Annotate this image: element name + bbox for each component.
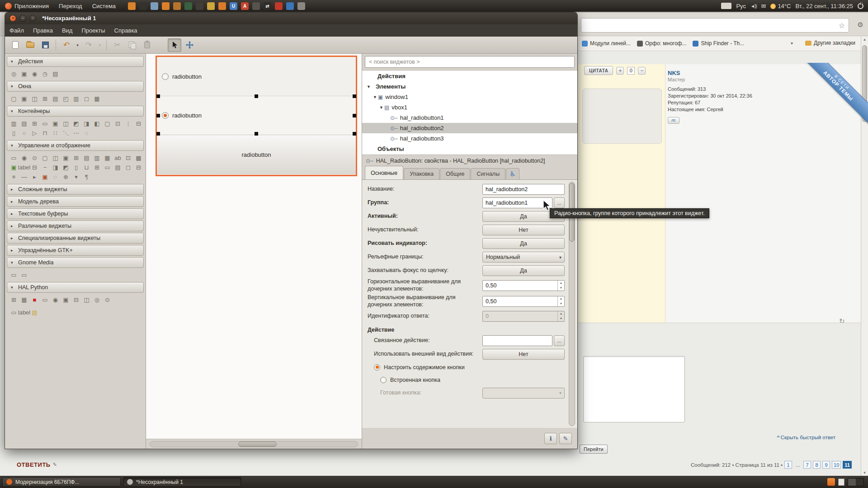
- palette-section-deprecated[interactable]: ▸Упразднённые GTK+: [7, 245, 144, 256]
- workspace-switcher[interactable]: [848, 478, 864, 486]
- palette-widget-icon[interactable]: ▯: [71, 163, 81, 172]
- menu-item[interactable]: Справка: [110, 24, 142, 37]
- scrollbar-thumb[interactable]: [862, 45, 867, 122]
- palette-widget-icon[interactable]: ▷: [29, 128, 40, 138]
- page-number[interactable]: 7: [803, 461, 811, 469]
- vote-up-button[interactable]: +: [616, 67, 624, 75]
- palette-widget-icon[interactable]: ◫: [61, 119, 71, 128]
- quote-button[interactable]: ЦИТАТА: [584, 66, 613, 75]
- palette-widget-icon[interactable]: ⊞: [40, 94, 50, 103]
- palette-section-complex[interactable]: ▸Сложные виджеты: [7, 184, 144, 195]
- palette-widget-icon[interactable]: ▣: [19, 69, 29, 79]
- palette-widget-icon[interactable]: ◰: [61, 94, 71, 103]
- name-input[interactable]: [482, 184, 565, 195]
- tray-icon[interactable]: [218, 2, 226, 10]
- palette-widget-icon[interactable]: —: [19, 172, 29, 182]
- palette-widget-icon[interactable]: ◫: [81, 295, 92, 305]
- related-action-input[interactable]: [482, 335, 552, 346]
- browser-menu-icon[interactable]: ⚙: [858, 21, 863, 29]
- yalign-input[interactable]: [483, 296, 557, 306]
- expander-icon[interactable]: ▼: [366, 84, 372, 89]
- palette-widget-icon[interactable]: ⊟: [29, 163, 40, 172]
- expander-icon[interactable]: ▼: [378, 105, 384, 110]
- draw-indicator-toggle[interactable]: Да: [482, 238, 565, 249]
- close-button[interactable]: ✕: [9, 15, 16, 22]
- palette-widget-icon[interactable]: ▣: [19, 94, 29, 103]
- selection-handle[interactable]: [255, 132, 258, 136]
- tray-icon[interactable]: [162, 2, 170, 10]
- spin-buttons-icon[interactable]: ▲▼: [557, 281, 564, 291]
- palette-widget-icon[interactable]: ⊞: [92, 163, 102, 172]
- mail-icon[interactable]: ✉: [761, 3, 766, 9]
- palette-widget-icon[interactable]: ab: [113, 153, 123, 163]
- tray-icon[interactable]: [173, 2, 181, 10]
- tree-item-hal-radiobutton3[interactable]: ⊙–hal_radiobutton3: [362, 133, 577, 144]
- palette-widget-icon[interactable]: ▾: [71, 172, 81, 182]
- palette-widget-icon[interactable]: ▤: [19, 119, 29, 128]
- tree-item-actions[interactable]: Действия: [362, 71, 577, 81]
- save-button[interactable]: [38, 38, 52, 52]
- tree-item-elements[interactable]: ▼Элементы: [362, 81, 577, 92]
- designed-window[interactable]: radiobutton radiobutton radiobutton: [156, 56, 357, 176]
- palette-widget-icon[interactable]: ▤: [29, 308, 40, 317]
- palette-widget-icon[interactable]: ⊓: [40, 128, 50, 138]
- palette-widget-icon[interactable]: ◎: [92, 295, 102, 305]
- tree-item-objects[interactable]: Объекты: [362, 144, 577, 154]
- tray-icon[interactable]: [151, 2, 158, 10]
- palette-widget-icon[interactable]: ◩: [71, 119, 81, 128]
- tree-item-hal-radiobutton2[interactable]: ⊙–hal_radiobutton2: [362, 123, 577, 133]
- palette-widget-icon[interactable]: ¶: [81, 172, 92, 182]
- window-titlebar[interactable]: ✕ – ▫ *Несохранённый 1: [5, 12, 577, 24]
- palette-widget-icon[interactable]: ◎: [9, 69, 19, 79]
- bookmarks-overflow-icon[interactable]: ▾: [791, 41, 793, 46]
- page-number[interactable]: 10: [832, 461, 841, 469]
- palette-section-windows[interactable]: ▾Окна: [7, 81, 144, 92]
- palette-widget-icon[interactable]: ⊙: [102, 295, 113, 305]
- palette-widget-icon[interactable]: ◫: [50, 153, 61, 163]
- tray-icon[interactable]: [297, 2, 305, 10]
- designed-radiobutton-3[interactable]: radiobutton: [157, 135, 356, 174]
- palette-widget-icon[interactable]: ⋱: [61, 128, 71, 138]
- palette-section-actions[interactable]: ▾Действия: [7, 56, 144, 67]
- widget-search[interactable]: [365, 56, 575, 68]
- tray-icon[interactable]: [128, 2, 136, 10]
- undo-menu-icon[interactable]: ▾: [75, 38, 80, 52]
- properties-scrollbar[interactable]: [569, 182, 575, 426]
- palette-widget-icon[interactable]: ⋮: [123, 119, 133, 128]
- other-bookmarks-button[interactable]: Другие закладки: [805, 40, 855, 46]
- private-message-badge[interactable]: лс: [668, 117, 679, 124]
- page-number[interactable]: 9: [822, 461, 830, 469]
- tray-icon[interactable]: A: [241, 2, 249, 10]
- quick-reply-go-button[interactable]: Перейти: [580, 445, 608, 454]
- tray-icon[interactable]: [252, 2, 260, 10]
- palette-widget-icon[interactable]: ⊡: [113, 119, 123, 128]
- palette-widget-icon[interactable]: ◷: [40, 69, 50, 79]
- reply-button[interactable]: ОТВЕТИТЬ ✎: [17, 461, 57, 468]
- tab-packing[interactable]: Упаковка: [404, 168, 439, 179]
- palette-widget-icon[interactable]: ▤: [50, 94, 61, 103]
- palette-widget-icon[interactable]: ⊞: [29, 119, 40, 128]
- keyboard-layout[interactable]: Рус: [736, 3, 746, 9]
- hide-quick-reply-link[interactable]: ^^ Скрыть быстрый ответ: [777, 435, 835, 440]
- volume-icon[interactable]: ◄)): [750, 4, 757, 9]
- page-number[interactable]: 8: [813, 461, 821, 469]
- palette-widget-icon[interactable]: ■: [29, 295, 40, 305]
- insensitive-toggle[interactable]: Нет: [482, 225, 565, 235]
- palette-widget-icon[interactable]: ⊞: [71, 153, 81, 163]
- palette-widget-icon[interactable]: ▸: [29, 172, 40, 182]
- redo-menu-icon[interactable]: ▾: [97, 38, 103, 52]
- bookmark-star-icon[interactable]: ☆: [839, 21, 845, 30]
- quick-reply-textarea[interactable]: [583, 356, 685, 422]
- palette-widget-icon[interactable]: ∷: [50, 128, 61, 138]
- taskbar-window-button[interactable]: Модернизация 6Б76ПФ...: [2, 477, 121, 487]
- doc-info-button[interactable]: ℹ: [544, 433, 557, 444]
- system-menu[interactable]: Система: [87, 0, 121, 12]
- palette-widget-icon[interactable]: ◻: [81, 94, 92, 103]
- selection-handle[interactable]: [353, 132, 356, 136]
- browser-scrollbar[interactable]: ▲ ▼: [861, 36, 868, 476]
- palette-widget-icon[interactable]: ▦: [102, 153, 113, 163]
- palette-widget-icon[interactable]: label: [19, 163, 29, 172]
- cut-button[interactable]: ✂: [110, 38, 124, 52]
- tab-common[interactable]: Общие: [440, 168, 470, 179]
- menu-item[interactable]: Вид: [57, 24, 77, 37]
